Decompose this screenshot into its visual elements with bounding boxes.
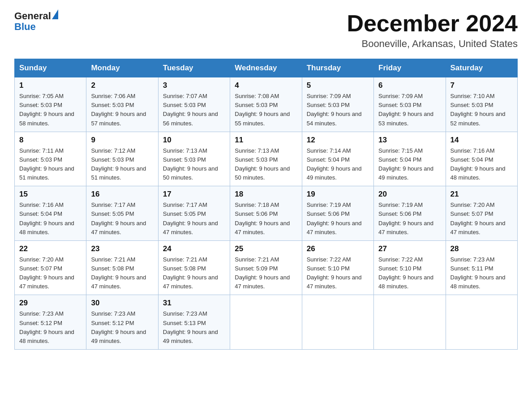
- calendar-cell: 20 Sunrise: 7:19 AMSunset: 5:06 PMDaylig…: [374, 186, 446, 241]
- day-info: Sunrise: 7:21 AMSunset: 5:08 PMDaylight:…: [91, 255, 153, 291]
- day-info: Sunrise: 7:15 AMSunset: 5:04 PMDaylight:…: [378, 146, 441, 183]
- weekday-header-tuesday: Tuesday: [158, 59, 230, 77]
- day-info: Sunrise: 7:21 AMSunset: 5:08 PMDaylight:…: [163, 255, 225, 291]
- day-number: 24: [163, 244, 225, 253]
- weekday-header-thursday: Thursday: [302, 59, 373, 77]
- day-number: 1: [19, 81, 82, 90]
- calendar-cell: [230, 295, 302, 350]
- weekday-header-wednesday: Wednesday: [230, 59, 302, 77]
- day-info: Sunrise: 7:12 AMSunset: 5:03 PMDaylight:…: [91, 146, 153, 183]
- day-info: Sunrise: 7:21 AMSunset: 5:09 PMDaylight:…: [235, 255, 297, 291]
- day-number: 6: [378, 81, 441, 90]
- day-number: 28: [450, 244, 513, 253]
- day-info: Sunrise: 7:16 AMSunset: 5:04 PMDaylight:…: [450, 146, 513, 183]
- calendar-cell: 15 Sunrise: 7:16 AMSunset: 5:04 PMDaylig…: [15, 186, 86, 241]
- calendar-cell: 12 Sunrise: 7:14 AMSunset: 5:04 PMDaylig…: [302, 132, 373, 186]
- day-number: 30: [91, 299, 153, 308]
- calendar-cell: 30 Sunrise: 7:23 AMSunset: 5:12 PMDaylig…: [86, 295, 158, 350]
- day-info: Sunrise: 7:19 AMSunset: 5:06 PMDaylight:…: [378, 201, 441, 237]
- calendar-cell: 7 Sunrise: 7:10 AMSunset: 5:03 PMDayligh…: [446, 77, 517, 132]
- calendar-cell: [302, 295, 373, 350]
- day-info: Sunrise: 7:20 AMSunset: 5:07 PMDaylight:…: [450, 201, 513, 237]
- day-number: 27: [378, 244, 441, 253]
- day-number: 5: [307, 81, 369, 90]
- day-number: 7: [450, 81, 513, 90]
- day-info: Sunrise: 7:23 AMSunset: 5:12 PMDaylight:…: [91, 309, 153, 346]
- day-number: 19: [307, 190, 369, 199]
- day-info: Sunrise: 7:13 AMSunset: 5:03 PMDaylight:…: [235, 146, 297, 183]
- day-info: Sunrise: 7:11 AMSunset: 5:03 PMDaylight:…: [19, 146, 82, 183]
- day-number: 9: [91, 136, 153, 145]
- logo-text-general: General: [14, 11, 51, 21]
- calendar-cell: 13 Sunrise: 7:15 AMSunset: 5:04 PMDaylig…: [374, 132, 446, 186]
- day-info: Sunrise: 7:22 AMSunset: 5:10 PMDaylight:…: [307, 255, 369, 291]
- day-info: Sunrise: 7:17 AMSunset: 5:05 PMDaylight:…: [91, 201, 153, 237]
- calendar-cell: 25 Sunrise: 7:21 AMSunset: 5:09 PMDaylig…: [230, 240, 302, 295]
- calendar-cell: 6 Sunrise: 7:09 AMSunset: 5:03 PMDayligh…: [374, 77, 446, 132]
- day-number: 31: [163, 299, 225, 308]
- day-number: 25: [235, 244, 297, 253]
- day-info: Sunrise: 7:23 AMSunset: 5:11 PMDaylight:…: [450, 255, 513, 291]
- day-info: Sunrise: 7:20 AMSunset: 5:07 PMDaylight:…: [19, 255, 82, 291]
- day-number: 23: [91, 244, 153, 253]
- day-number: 15: [19, 190, 82, 199]
- calendar-cell: 11 Sunrise: 7:13 AMSunset: 5:03 PMDaylig…: [230, 132, 302, 186]
- calendar-cell: 27 Sunrise: 7:22 AMSunset: 5:10 PMDaylig…: [374, 240, 446, 295]
- day-info: Sunrise: 7:19 AMSunset: 5:06 PMDaylight:…: [307, 201, 369, 237]
- page-header: General Blue December 2024 Booneville, A…: [14, 11, 518, 50]
- day-info: Sunrise: 7:05 AMSunset: 5:03 PMDaylight:…: [19, 92, 82, 128]
- calendar-cell: [374, 295, 446, 350]
- weekday-header-saturday: Saturday: [446, 59, 517, 77]
- calendar-cell: 8 Sunrise: 7:11 AMSunset: 5:03 PMDayligh…: [15, 132, 86, 186]
- day-number: 11: [235, 136, 297, 145]
- calendar-cell: 14 Sunrise: 7:16 AMSunset: 5:04 PMDaylig…: [446, 132, 517, 186]
- calendar-cell: 29 Sunrise: 7:23 AMSunset: 5:12 PMDaylig…: [15, 295, 86, 350]
- logo-triangle-icon: [52, 9, 58, 19]
- calendar-cell: 31 Sunrise: 7:23 AMSunset: 5:13 PMDaylig…: [158, 295, 230, 350]
- weekday-header-friday: Friday: [374, 59, 446, 77]
- weekday-header-row: SundayMondayTuesdayWednesdayThursdayFrid…: [15, 59, 518, 77]
- day-number: 14: [450, 136, 513, 145]
- calendar-cell: [446, 295, 517, 350]
- calendar-cell: 28 Sunrise: 7:23 AMSunset: 5:11 PMDaylig…: [446, 240, 517, 295]
- day-number: 26: [307, 244, 369, 253]
- calendar-cell: 4 Sunrise: 7:08 AMSunset: 5:03 PMDayligh…: [230, 77, 302, 132]
- calendar-week-row: 1 Sunrise: 7:05 AMSunset: 5:03 PMDayligh…: [15, 77, 518, 132]
- day-info: Sunrise: 7:22 AMSunset: 5:10 PMDaylight:…: [378, 255, 441, 291]
- logo-text-blue: Blue: [14, 21, 36, 32]
- day-info: Sunrise: 7:07 AMSunset: 5:03 PMDaylight:…: [163, 92, 225, 128]
- weekday-header-sunday: Sunday: [15, 59, 86, 77]
- logo: General Blue: [14, 11, 58, 32]
- day-number: 18: [235, 190, 297, 199]
- day-number: 20: [378, 190, 441, 199]
- calendar-month-year: December 2024: [347, 11, 518, 36]
- day-number: 10: [163, 136, 225, 145]
- calendar-cell: 1 Sunrise: 7:05 AMSunset: 5:03 PMDayligh…: [15, 77, 86, 132]
- day-info: Sunrise: 7:23 AMSunset: 5:13 PMDaylight:…: [163, 309, 225, 346]
- calendar-table: SundayMondayTuesdayWednesdayThursdayFrid…: [14, 59, 518, 350]
- calendar-cell: 26 Sunrise: 7:22 AMSunset: 5:10 PMDaylig…: [302, 240, 373, 295]
- calendar-cell: 3 Sunrise: 7:07 AMSunset: 5:03 PMDayligh…: [158, 77, 230, 132]
- calendar-week-row: 15 Sunrise: 7:16 AMSunset: 5:04 PMDaylig…: [15, 186, 518, 241]
- day-info: Sunrise: 7:23 AMSunset: 5:12 PMDaylight:…: [19, 309, 82, 346]
- day-number: 3: [163, 81, 225, 90]
- day-number: 21: [450, 190, 513, 199]
- calendar-week-row: 22 Sunrise: 7:20 AMSunset: 5:07 PMDaylig…: [15, 240, 518, 295]
- calendar-week-row: 8 Sunrise: 7:11 AMSunset: 5:03 PMDayligh…: [15, 132, 518, 186]
- calendar-week-row: 29 Sunrise: 7:23 AMSunset: 5:12 PMDaylig…: [15, 295, 518, 350]
- calendar-cell: 21 Sunrise: 7:20 AMSunset: 5:07 PMDaylig…: [446, 186, 517, 241]
- day-info: Sunrise: 7:13 AMSunset: 5:03 PMDaylight:…: [163, 146, 225, 183]
- day-number: 16: [91, 190, 153, 199]
- day-info: Sunrise: 7:16 AMSunset: 5:04 PMDaylight:…: [19, 201, 82, 237]
- day-number: 22: [19, 244, 82, 253]
- calendar-title-area: December 2024 Booneville, Arkansas, Unit…: [347, 11, 518, 50]
- day-info: Sunrise: 7:08 AMSunset: 5:03 PMDaylight:…: [235, 92, 297, 128]
- calendar-cell: 2 Sunrise: 7:06 AMSunset: 5:03 PMDayligh…: [86, 77, 158, 132]
- day-info: Sunrise: 7:14 AMSunset: 5:04 PMDaylight:…: [307, 146, 369, 183]
- day-number: 13: [378, 136, 441, 145]
- day-info: Sunrise: 7:06 AMSunset: 5:03 PMDaylight:…: [91, 92, 153, 128]
- day-number: 2: [91, 81, 153, 90]
- day-info: Sunrise: 7:09 AMSunset: 5:03 PMDaylight:…: [307, 92, 369, 128]
- calendar-cell: 5 Sunrise: 7:09 AMSunset: 5:03 PMDayligh…: [302, 77, 373, 132]
- day-info: Sunrise: 7:09 AMSunset: 5:03 PMDaylight:…: [378, 92, 441, 128]
